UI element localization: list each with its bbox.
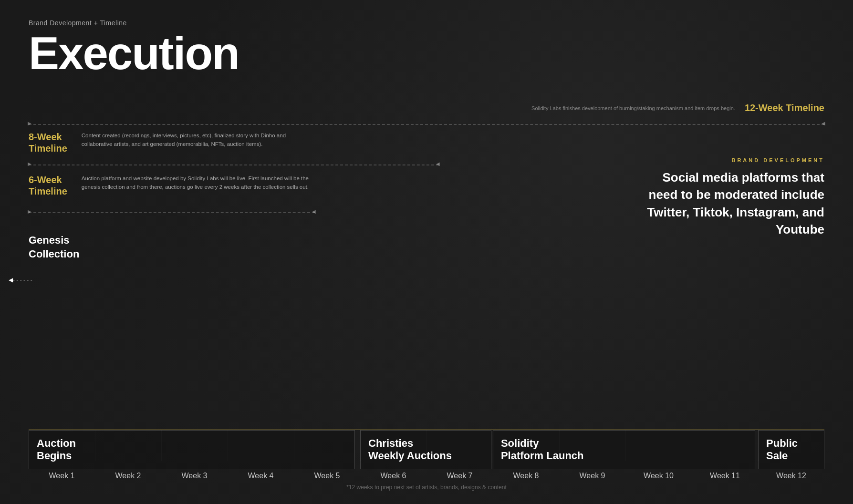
- week-label-5: Week 5: [294, 472, 360, 480]
- brand-development-section: BRAND DEVELOPMENT Social media platforms…: [643, 157, 824, 238]
- week-label-2: Week 2: [95, 472, 161, 480]
- eight-week-description: Content created (recordings, interviews,…: [82, 131, 311, 149]
- milestone-christies: Christies Weekly Auctions: [360, 430, 491, 469]
- subtitle: Brand Development + Timeline: [29, 19, 824, 27]
- week-label-11: Week 11: [692, 472, 758, 480]
- week-label-12: Week 12: [758, 472, 824, 480]
- public-sale-title: Public Sale: [766, 437, 816, 463]
- week-label-4: Week 4: [228, 472, 294, 480]
- milestone-auction-begins: Auction Begins: [29, 430, 355, 469]
- week-label-9: Week 9: [559, 472, 625, 480]
- week-label-6: Week 6: [360, 472, 426, 480]
- brand-development-label: BRAND DEVELOPMENT: [643, 157, 824, 163]
- brand-development-text: Social media platforms that need to be m…: [643, 169, 824, 238]
- six-week-description: Auction platform and website developed b…: [82, 174, 311, 192]
- twelve-week-label: 12-Week Timeline: [745, 103, 824, 113]
- week-labels: Week 1Week 2Week 3Week 4Week 5Week 6Week…: [29, 472, 824, 480]
- eight-week-line: [29, 165, 439, 165]
- genesis-collection: Genesis Collection: [29, 234, 79, 261]
- twelve-week-section: Solidity Labs finishes development of bu…: [531, 103, 824, 113]
- week-label-7: Week 7: [426, 472, 493, 480]
- week-label-1: Week 1: [29, 472, 95, 480]
- main-title: Execution: [29, 31, 824, 76]
- genesis-arrow: ◀- - - - - -: [9, 277, 32, 283]
- week-label-10: Week 10: [625, 472, 692, 480]
- eight-week-area: 8-Week Timeline Content created (recordi…: [29, 131, 311, 154]
- six-week-line: [29, 212, 315, 213]
- week-label-3: Week 3: [161, 472, 228, 480]
- christies-title: Christies Weekly Auctions: [368, 437, 483, 463]
- milestone-public-sale: Public Sale: [758, 430, 824, 469]
- six-week-label: 6-Week Timeline: [29, 174, 67, 197]
- eight-week-label: 8-Week Timeline: [29, 131, 67, 154]
- genesis-label: Genesis Collection: [29, 234, 79, 261]
- week-label-8: Week 8: [493, 472, 559, 480]
- milestone-solidity-launch: Solidity Platform Launch: [493, 430, 755, 469]
- twelve-week-description: Solidity Labs finishes development of bu…: [531, 105, 735, 111]
- six-week-area: 6-Week Timeline Auction platform and web…: [29, 174, 311, 197]
- auction-begins-title: Auction Begins: [37, 437, 347, 463]
- footnote: *12 weeks to prep next set of artists, b…: [0, 484, 853, 491]
- twelve-week-line: [29, 124, 824, 125]
- solidity-launch-title: Solidity Platform Launch: [501, 437, 747, 463]
